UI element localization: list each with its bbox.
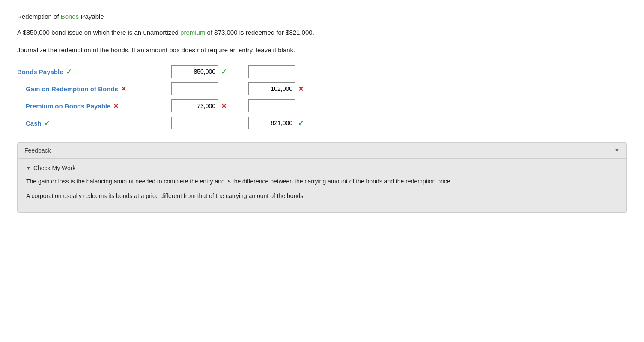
account-status-check-4: ✓: [44, 119, 50, 127]
debit-cell-1: ✓: [171, 65, 240, 78]
description-text: A $850,000 bond issue on which there is …: [17, 28, 627, 38]
feedback-text-1: The gain or loss is the balancing amount…: [26, 177, 618, 186]
debit-cell-3: ✕: [171, 99, 240, 112]
credit-status-check-4: ✓: [298, 119, 304, 127]
check-my-work-label: Check My Work: [33, 165, 76, 171]
journal-row-1: Bonds Payable ✓ ✓: [17, 65, 627, 78]
account-cell-4: Cash ✓: [17, 119, 163, 127]
gain-on-redemption-link[interactable]: Gain on Redemption of Bonds: [17, 85, 118, 93]
debit-status-check-1: ✓: [221, 68, 227, 76]
debit-input-1[interactable]: [171, 65, 218, 78]
credit-cell-4: ✓: [248, 117, 317, 129]
credit-cell-3: [248, 99, 317, 112]
debit-cell-2: [171, 82, 240, 95]
debit-cell-4: [171, 117, 240, 129]
credit-input-2[interactable]: [248, 82, 295, 95]
credit-status-x-2: ✕: [298, 85, 304, 93]
credit-cell-1: [248, 65, 317, 78]
journal-row-2: Gain on Redemption of Bonds ✕ ✕: [17, 82, 627, 95]
feedback-text-2: A corporation usually redeems its bonds …: [26, 191, 618, 201]
triangle-icon: ▼: [26, 165, 31, 171]
feedback-section: Feedback ▼ ▼ Check My Work The gain or l…: [17, 142, 627, 213]
feedback-header: Feedback ▼: [18, 143, 626, 159]
feedback-label: Feedback: [24, 147, 51, 154]
account-status-check-1: ✓: [66, 68, 72, 76]
account-status-x-3: ✕: [113, 102, 119, 110]
credit-input-4[interactable]: [248, 117, 295, 129]
account-status-x-2: ✕: [121, 85, 126, 93]
page-title: Redemption of Bonds Payable: [17, 13, 627, 20]
debit-status-x-3: ✕: [221, 102, 227, 110]
feedback-body: ▼ Check My Work The gain or loss is the …: [18, 159, 626, 212]
account-cell-2: Gain on Redemption of Bonds ✕: [17, 85, 163, 93]
journal-table: Bonds Payable ✓ ✓ Gain on Redemption of …: [17, 65, 627, 129]
check-my-work-toggle[interactable]: ▼ Check My Work: [26, 165, 618, 171]
bonds-payable-link[interactable]: Bonds Payable: [17, 68, 63, 75]
instruction-text: Journalize the redemption of the bonds. …: [17, 45, 627, 55]
credit-cell-2: ✕: [248, 82, 317, 95]
credit-input-3[interactable]: [248, 99, 295, 112]
cash-link[interactable]: Cash: [17, 120, 42, 127]
credit-input-1[interactable]: [248, 65, 295, 78]
debit-input-3[interactable]: [171, 99, 218, 112]
debit-input-2[interactable]: [171, 82, 218, 95]
debit-input-4[interactable]: [171, 117, 218, 129]
journal-row-4: Cash ✓ ✓: [17, 117, 627, 129]
account-cell-3: Premium on Bonds Payable ✕: [17, 102, 163, 110]
feedback-chevron-icon: ▼: [614, 147, 620, 153]
journal-row-3: Premium on Bonds Payable ✕ ✕: [17, 99, 627, 112]
account-cell-1: Bonds Payable ✓: [17, 68, 163, 76]
premium-on-bonds-payable-link[interactable]: Premium on Bonds Payable: [17, 102, 110, 110]
